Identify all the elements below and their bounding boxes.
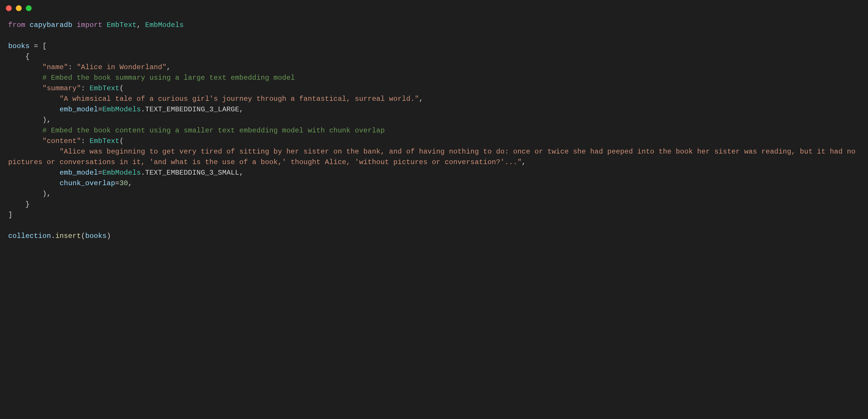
punct-lbracket: [: [42, 42, 47, 50]
class-embmodels-ref: EmbModels: [102, 105, 141, 114]
code-block: from capybaradb import EmbText, EmbModel…: [0, 14, 868, 253]
close-icon[interactable]: [6, 5, 12, 11]
param-emb-model: emb_model: [60, 105, 98, 114]
keyword-import: import: [77, 21, 102, 29]
punct-lparen: (: [120, 85, 124, 92]
string-title: "Alice in Wonderland": [77, 63, 167, 71]
punct-comma: ,: [240, 169, 244, 177]
window-titlebar: [0, 0, 868, 14]
method-insert: insert: [55, 232, 81, 240]
class-embtext: EmbText: [107, 21, 136, 29]
punct-colon: :: [81, 85, 89, 92]
string-summary: "A whimsical tale of a curious girl's jo…: [60, 95, 419, 103]
punct-comma: ,: [240, 105, 244, 114]
punct-comma: ,: [46, 190, 51, 198]
dict-key-name: "name": [42, 63, 68, 71]
identifier-collection: collection: [8, 232, 51, 240]
param-emb-model2: emb_model: [60, 169, 98, 177]
punct-rbracket: ]: [8, 211, 12, 219]
module-name: capybaradb: [30, 21, 72, 29]
punct-eq: =: [98, 169, 102, 177]
punct-comma: ,: [46, 116, 51, 124]
number-30: 30: [120, 179, 128, 187]
punct-comma: ,: [522, 158, 526, 166]
punct-colon: :: [68, 63, 76, 71]
punct-lparen: (: [120, 137, 124, 145]
class-embtext-call: EmbText: [89, 85, 119, 92]
punct-lparen: (: [81, 232, 85, 240]
maximize-icon[interactable]: [26, 5, 32, 11]
punct-comma: ,: [419, 95, 424, 103]
class-embmodels: EmbModels: [145, 21, 183, 29]
punct-dot: .: [141, 169, 145, 177]
punct-dot: .: [141, 105, 145, 114]
code-window: from capybaradb import EmbText, EmbModel…: [0, 0, 868, 419]
punct-lbrace: {: [25, 53, 30, 61]
punct-eq: =: [98, 105, 102, 114]
param-chunk-overlap: chunk_overlap: [60, 179, 115, 187]
dict-key-content: "content": [42, 137, 81, 145]
const-small: TEXT_EMBEDDING_3_SMALL: [145, 169, 239, 177]
class-embtext-call2: EmbText: [89, 137, 119, 145]
minimize-icon[interactable]: [16, 5, 22, 11]
punct-comma: ,: [128, 179, 132, 187]
punct-rparen: ): [107, 232, 111, 240]
comment-content: # Embed the book content using a smaller…: [42, 127, 385, 134]
identifier-books: books: [8, 42, 30, 50]
keyword-from: from: [8, 21, 25, 29]
comment-summary: # Embed the book summary using a large t…: [42, 74, 295, 82]
punct-eq: =: [115, 179, 120, 187]
punct-dot: .: [51, 232, 55, 240]
punct-eq: =: [30, 42, 42, 50]
class-embmodels-ref2: EmbModels: [102, 169, 141, 177]
punct-comma: ,: [166, 63, 171, 71]
punct-comma: ,: [136, 21, 145, 29]
const-large: TEXT_EMBEDDING_3_LARGE: [145, 105, 239, 114]
punct-rbrace: }: [25, 200, 30, 208]
dict-key-summary: "summary": [42, 85, 81, 92]
punct-rparen: ): [42, 116, 47, 124]
punct-colon: :: [81, 137, 89, 145]
punct-rparen: ): [42, 190, 47, 198]
arg-books: books: [85, 232, 107, 240]
string-content: "Alice was beginning to get very tired o…: [8, 148, 860, 166]
